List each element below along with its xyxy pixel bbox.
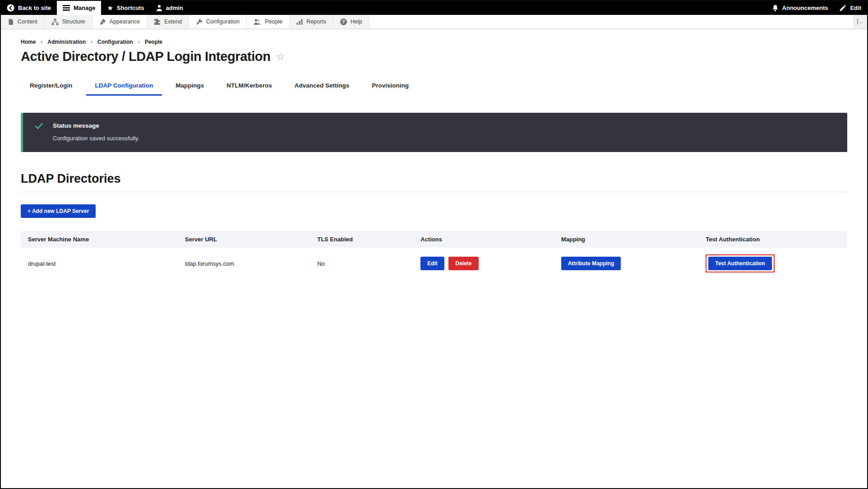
reports-icon [296,18,303,25]
help-icon: ? [340,18,347,25]
checkmark-icon [35,123,43,142]
toolbar-item-label: Reports [306,18,326,25]
toolbar-item-label: Appearance [110,18,140,25]
test-authentication-highlight-box: Test Authentication [706,254,775,272]
user-label: admin [166,5,183,11]
status-message-body: Configuration saved successfully. [53,135,139,142]
breadcrumb-link-people[interactable]: People [145,39,162,45]
col-header-test-authentication: Test Authentication [698,231,847,248]
tab-ldap-configuration[interactable]: LDAP Configuration [86,78,162,96]
hamburger-icon [63,5,70,11]
appearance-icon [99,18,106,25]
announcements-button[interactable]: Announcements [766,1,834,15]
star-icon: ★ [107,5,113,11]
configuration-icon [196,18,203,25]
edit-label: Edit [850,5,861,11]
primary-tabs: Register/Login LDAP Configuration Mappin… [21,78,847,96]
breadcrumb-separator: › [91,39,92,45]
tab-ntlm-kerberos[interactable]: NTLM/Kerberos [217,78,281,96]
bell-icon [772,5,779,12]
toolbar-item-appearance[interactable]: Appearance [92,15,147,28]
toolbar-item-people[interactable]: People [247,15,290,28]
col-header-actions: Actions [413,231,554,248]
toolbar-item-label: People [265,18,282,25]
page-title-row: Active Directory / LDAP Login Integratio… [21,49,847,64]
toolbar-item-structure[interactable]: Structure [45,15,92,28]
admin-menu-tray: Content Structure Appearance Extend Conf… [1,15,867,29]
content-icon [8,18,14,25]
page-content: Home › Administration › Configuration › … [1,29,867,279]
shortcuts-label: Shortcuts [117,5,144,11]
back-icon [7,4,14,12]
breadcrumb: Home › Administration › Configuration › … [21,39,847,45]
ldap-directories-heading: LDAP Directories [21,172,847,186]
toolbar-item-label: Configuration [206,18,240,25]
cell-actions: Edit Delete [413,248,554,279]
structure-icon [51,18,59,25]
status-message-title: Status message [53,122,139,129]
back-to-site-label: Back to site [18,5,51,11]
collapse-arrow-icon: ← [859,18,864,25]
toolbar-orientation-toggle[interactable]: ← [854,15,867,28]
col-header-mapping: Mapping [554,231,699,248]
table-row: drupal-test ldap.forumsys.com No Edit De… [21,248,847,279]
breadcrumb-separator: › [138,39,140,45]
browser-viewport: Back to site Manage ★ Shortcuts admin [0,0,868,489]
ldap-servers-table: Server Machine Name Server URL TLS Enabl… [21,231,847,279]
breadcrumb-separator: › [41,39,42,45]
toolbar-item-label: Content [18,18,37,25]
table-header-row: Server Machine Name Server URL TLS Enabl… [21,231,847,248]
manage-tab[interactable]: Manage [57,1,101,15]
favorite-star-icon[interactable]: ☆ [276,51,285,63]
attribute-mapping-button[interactable]: Attribute Mapping [561,257,621,270]
manage-label: Manage [74,5,95,11]
cell-test-authentication: Test Authentication [698,248,847,279]
breadcrumb-link-home[interactable]: Home [21,39,36,45]
tab-advanced-settings[interactable]: Advanced Settings [286,78,359,96]
delete-server-button[interactable]: Delete [448,257,478,270]
toolbar-item-reports[interactable]: Reports [290,15,333,28]
page-title: Active Directory / LDAP Login Integratio… [21,49,270,64]
edit-server-button[interactable]: Edit [420,257,444,270]
status-message: Status message Configuration saved succe… [21,113,847,152]
tab-register-login[interactable]: Register/Login [21,78,82,96]
cell-mapping: Attribute Mapping [554,248,699,279]
toolbar-item-content[interactable]: Content [1,15,45,28]
add-ldap-server-button[interactable]: + Add new LDAP Server [21,204,96,218]
toolbar-item-help[interactable]: ? Help [333,15,369,28]
back-to-site-button[interactable]: Back to site [1,1,57,15]
toolbar-item-label: Help [351,18,362,25]
user-menu[interactable]: admin [150,1,189,15]
admin-bar-left: Back to site Manage ★ Shortcuts admin [1,1,189,15]
admin-toolbar-bar: Back to site Manage ★ Shortcuts admin [1,1,867,15]
pencil-icon [840,5,846,11]
people-icon [254,18,261,25]
shortcuts-tab[interactable]: ★ Shortcuts [101,1,150,15]
user-icon [156,5,162,11]
section-divider [21,192,847,192]
announcements-label: Announcements [782,5,828,11]
col-header-tls-enabled: TLS Enabled [310,231,413,248]
cell-tls-enabled: No [310,248,413,279]
toolbar-item-configuration[interactable]: Configuration [189,15,247,28]
extend-icon [154,18,161,25]
breadcrumb-link-configuration[interactable]: Configuration [97,39,133,45]
admin-bar-right: Announcements Edit [766,1,867,15]
status-message-text: Status message Configuration saved succe… [53,122,139,142]
edit-button[interactable]: Edit [834,1,867,15]
toolbar-item-label: Structure [62,18,85,25]
col-header-server-machine-name: Server Machine Name [21,231,178,248]
tab-mappings[interactable]: Mappings [166,78,213,96]
test-authentication-button[interactable]: Test Authentication [708,257,772,270]
collapse-bar-icon [857,19,858,24]
col-header-server-url: Server URL [178,231,310,248]
cell-server-machine-name: drupal-test [21,248,178,279]
breadcrumb-link-administration[interactable]: Administration [47,39,86,45]
cell-server-url: ldap.forumsys.com [178,248,310,279]
tab-provisioning[interactable]: Provisioning [363,78,418,96]
toolbar-item-extend[interactable]: Extend [147,15,189,28]
toolbar-item-label: Extend [164,18,182,25]
